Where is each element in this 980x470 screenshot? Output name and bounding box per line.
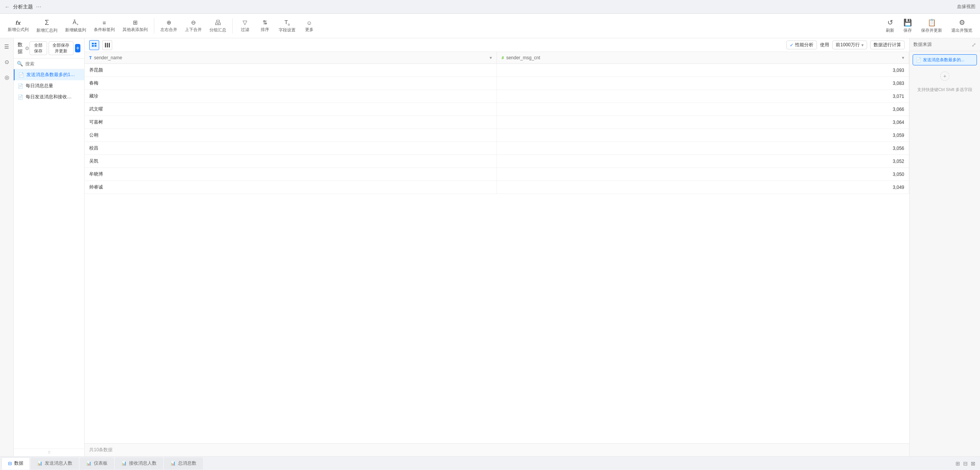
sort-button[interactable]: ⇅ 排序 [256, 18, 274, 34]
doc-icon-2: 📄 [18, 94, 23, 100]
add-icon: + [943, 73, 946, 79]
expand-icon[interactable]: ⤢ [972, 42, 976, 48]
right-panel-title: 数据来源 [913, 41, 932, 48]
exit-icon: ⚙ [959, 18, 965, 27]
col-header-sender-name: T sender_name ▾ [85, 52, 497, 64]
search-input[interactable] [25, 61, 83, 67]
tab-icon-receive-count: 📊 [121, 461, 127, 466]
tab-label-receive-count: 接收消息人数 [129, 460, 157, 467]
save-all-button[interactable]: 全部保存 [29, 41, 47, 55]
back-icon[interactable]: ← [5, 4, 10, 10]
table-view-button[interactable] [89, 40, 99, 50]
tab-label-dashboard: 仪表板 [94, 460, 108, 467]
title-bar: ← 分析主题 ⋯ 血缘视图 [0, 0, 980, 14]
bottom-right-icon-0[interactable]: ⊞ [956, 460, 960, 467]
table-view-icon [91, 42, 97, 48]
data-item-2[interactable]: 📄 每日发送消息和接收消息人数 [14, 91, 84, 102]
nav-icon-2[interactable]: ⊙ [2, 57, 12, 67]
data-item-label-0: 发送消息条数最多的10个... [26, 72, 76, 78]
right-panel-header: 数据来源 ⤢ [910, 38, 980, 51]
lr-merge-icon: ⊕ [167, 19, 172, 26]
save-all-update-button[interactable]: 全部保存并更新 [49, 41, 74, 55]
filter-button[interactable]: ▽ 过滤 [236, 18, 254, 34]
tab-total-msg[interactable]: 📊 总消息数 [164, 457, 203, 470]
search-icon: 🔍 [17, 61, 23, 67]
toolbar: fx 新增公式列 Σ 新增汇总列 Ā+ 新增赋值列 ≡ 条件标签列 ⊞ 其他表添… [0, 14, 980, 38]
field-settings-button[interactable]: To 字段设置 [276, 17, 299, 34]
nav-icon-1[interactable]: ☰ [2, 41, 12, 52]
add-formula-col-button[interactable]: fx 新增公式列 [5, 18, 32, 34]
hint-action-text: 多选字段 [956, 87, 972, 92]
calc-button[interactable]: 数据进行计算 [870, 41, 905, 49]
save-update-label: 保存并更新 [921, 28, 942, 33]
ud-merge-icon: ⊖ [191, 19, 196, 26]
save-update-button[interactable]: 📋 保存并更新 [918, 17, 945, 35]
cell-sender-name-0: 养昆颜 [85, 64, 497, 77]
perf-check-icon: ✓ [790, 42, 794, 48]
tab-receive-count[interactable]: 📊 接收消息人数 [115, 457, 163, 470]
right-panel-active-item[interactable]: 📄 发送消息条数最多的... [913, 54, 977, 65]
perf-analysis-button[interactable]: ✓ 性能分析 [786, 41, 817, 49]
col-dropdown-icon-0[interactable]: ▾ [490, 55, 492, 60]
app-title: 分析主题 [13, 3, 33, 10]
add-summary-col-button[interactable]: Σ 新增汇总列 [33, 17, 60, 35]
add-formula-col-label: 新增公式列 [8, 27, 29, 33]
cell-sender-msg-cnt-0: 3,093 [497, 64, 909, 77]
tab-icon-total-msg: 📊 [170, 461, 176, 466]
condition-label-col-button[interactable]: ≡ 条件标签列 [91, 18, 118, 34]
main-area: ☰ ⊙ ◎ 数据 ⚙ 全部保存 全部保存并更新 + 🔍 ⊕ 📄 发送消息条数最多… [0, 38, 980, 456]
group-summary-label: 分组汇总 [209, 27, 226, 33]
cell-sender-name-2: 藏珍 [85, 90, 497, 103]
rows-select[interactable]: 前1000万行 ▾ [832, 41, 867, 49]
column-view-button[interactable] [102, 40, 112, 50]
tab-label-total-msg: 总消息数 [178, 460, 196, 467]
tab-icon-send-count: 📊 [37, 461, 42, 466]
group-summary-button[interactable]: 品 分组汇总 [206, 18, 229, 34]
bottom-right-icon-2[interactable]: ⊠ [971, 460, 975, 467]
data-settings-icon[interactable]: ⚙ [25, 46, 29, 51]
data-item-0[interactable]: 📄 发送消息条数最多的10个... [14, 69, 84, 80]
left-right-merge-button[interactable]: ⊕ 左右合并 [157, 18, 180, 34]
bottom-right-icon-1[interactable]: ⊟ [963, 460, 968, 467]
tab-dashboard[interactable]: 📊 仪表板 [80, 457, 114, 470]
bottom-tabs: ⊟ 数据 📊 发送消息人数 📊 仪表板 📊 接收消息人数 📊 总消息数 ⊞ ⊟ … [0, 456, 980, 470]
right-panel-hint: 支持快捷键Ctrl Shift 多选字段 [910, 84, 980, 96]
cell-sender-name-8: 牟晓博 [85, 168, 497, 181]
calc-label: 数据进行计算 [874, 42, 901, 48]
other-add-icon: ⊞ [133, 19, 138, 26]
up-down-merge-button[interactable]: ⊖ 上下合并 [182, 18, 205, 34]
exit-preview-button[interactable]: ⚙ 退出并预览 [948, 17, 975, 35]
footer-text: 共10条数据 [89, 447, 113, 452]
add-dataset-button[interactable]: + [75, 44, 80, 52]
col-dropdown-icon-1[interactable]: ▾ [902, 55, 904, 60]
cell-sender-msg-cnt-8: 3,050 [497, 168, 909, 181]
add-value-col-label: 新增赋值列 [65, 27, 86, 33]
hint-shortcut-text: 支持快捷键Ctrl Shift [917, 87, 954, 92]
more-toolbar-icon: ☺ [306, 20, 312, 26]
right-panel-add-button[interactable]: + [940, 72, 949, 81]
more-button[interactable]: ☺ 更多 [300, 18, 318, 34]
col-type-icon-1: # [501, 55, 504, 60]
save-button[interactable]: 💾 保存 [900, 17, 915, 35]
nav-icon-3[interactable]: ◎ [2, 72, 12, 83]
add-value-col-button[interactable]: Ā+ 新增赋值列 [62, 17, 89, 34]
tab-send-count[interactable]: 📊 发送消息人数 [31, 457, 79, 470]
svg-rect-4 [105, 43, 106, 47]
blood-view-label[interactable]: 血缘视图 [957, 3, 975, 10]
cell-sender-msg-cnt-2: 3,071 [497, 90, 909, 103]
tab-data[interactable]: ⊟ 数据 [2, 457, 30, 470]
right-panel-doc-icon: 📄 [916, 57, 921, 62]
use-label: 使用 [820, 42, 829, 48]
cell-sender-msg-cnt-6: 3,056 [497, 142, 909, 155]
data-item-1[interactable]: 📄 每日消息总量 [14, 80, 84, 91]
other-add-col-button[interactable]: ⊞ 其他表添加列 [119, 18, 151, 34]
data-item-label-1: 每日消息总量 [26, 83, 53, 89]
more-icon[interactable]: ⋯ [36, 4, 41, 10]
refresh-button[interactable]: ↺ 刷新 [883, 17, 897, 35]
table-row: 养昆颜3,093 [85, 64, 909, 77]
save-icon: 💾 [903, 18, 912, 27]
group-icon: 品 [215, 19, 221, 26]
data-table: T sender_name ▾ # sender_ [85, 52, 909, 194]
title-bar-left: ← 分析主题 ⋯ [5, 3, 41, 10]
divider1 [154, 18, 154, 34]
